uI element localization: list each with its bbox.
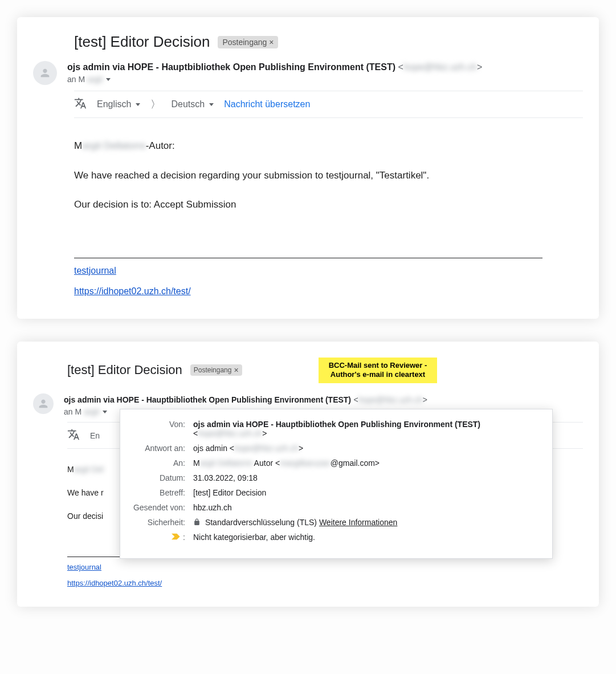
to-prefix: an M [64,407,81,416]
details-label: Von: [133,420,185,429]
person-icon [39,67,51,79]
details-label: Gesendet von: [133,503,185,512]
details-value: [test] Editor Decision [193,488,540,497]
details-value: hbz.uzh.ch [193,503,540,512]
avatar[interactable] [33,61,57,85]
translate-from[interactable]: Englisch [97,99,140,109]
details-label: : [133,533,185,543]
security-more-link[interactable]: Weitere Informationen [319,518,397,527]
chevron-down-icon[interactable] [106,78,111,81]
details-label: Datum: [133,473,185,482]
sender-text-block: ojs admin via HOPE - Hauptbibliothek Ope… [67,61,583,84]
inbox-chip[interactable]: Posteingang × [218,36,278,48]
details-row-from: Von: ojs admin via HOPE - Hauptbibliothe… [133,420,540,438]
lock-icon [193,518,203,527]
inbox-chip[interactable]: Posteingang × [190,364,242,376]
details-value: 31.03.2022, 09:18 [193,473,540,482]
divider [74,258,542,258]
to-line[interactable]: an Margit [67,75,583,84]
translate-from[interactable]: En [90,431,100,440]
chip-close-icon[interactable]: × [269,38,274,47]
details-row-subject: Betreff: [test] Editor Decision [133,488,540,497]
chip-label: Posteingang [222,38,267,47]
details-value: ojs admin <hope@hbz.uzh.ch> [193,444,540,453]
chevron-down-icon[interactable] [103,411,107,413]
annotation-highlight: BCC-Mail sent to Reviewer - Author's e-m… [319,358,438,384]
details-label: An: [133,458,185,468]
translate-icon [74,97,87,112]
footer-link-journal[interactable]: testjournal [74,264,583,278]
details-value: ojs admin via HOPE - Hauptbibliothek Ope… [193,420,540,438]
sender-row: ojs admin via HOPE - Hauptbibliothek Ope… [33,61,583,85]
sender-name: ojs admin via HOPE - Hauptbibliothek Ope… [64,395,351,404]
chevron-down-icon [209,103,214,106]
arrow-right-icon: 〉 [150,98,161,111]
email-card-1: [test] Editor Decision Posteingang × ojs… [17,17,599,319]
chevron-down-icon [136,103,140,106]
details-row-sentby: Gesendet von: hbz.uzh.ch [133,503,540,512]
sender-email: <hope@hbz.uzh.ch> [398,62,483,72]
details-label: Antwort an: [133,444,185,453]
message-details-popover: Von: ojs admin via HOPE - Hauptbibliothe… [120,409,553,559]
email-card-2: [test] Editor Decision Posteingang × BCC… [17,342,599,607]
details-row-replyto: Antwort an: ojs admin <hope@hbz.uzh.ch> [133,444,540,453]
translate-bar: Englisch 〉 Deutsch Nachricht übersetzen [74,91,583,118]
details-label: Sicherheit: [133,518,185,527]
details-row-to: An: Margit Dellatorre Autor <margitkaruz… [133,458,540,468]
body-paragraph: We have reached a decision regarding you… [74,168,583,183]
chip-close-icon[interactable]: × [234,366,238,375]
chip-label: Posteingang [194,366,232,374]
translate-icon [67,428,80,442]
to-prefix: an M [67,75,85,84]
details-value: Standardverschlüsselung (TLS) Weitere In… [193,518,540,527]
translate-to[interactable]: Deutsch [171,99,214,109]
body-paragraph: Our decision is to: Accept Submission [74,197,583,212]
subject-row: [test] Editor Decision Posteingang × [33,31,583,61]
person-icon [37,397,50,410]
important-marker-icon [172,533,181,542]
details-value: Nicht kategorisierbar, aber wichtig. [193,533,540,542]
body-salutation: Margit Dellatorre-Autor: [74,139,583,153]
sender-email: <hope@hbz.uzh.ch> [354,395,427,404]
footer-link-journal[interactable]: testjournal [67,562,583,573]
subject-row: [test] Editor Decision Posteingang × BCC… [33,355,583,394]
email-body: Margit Dellatorre-Autor: We have reached… [74,118,583,298]
footer-link-url[interactable]: https://idhopet02.uzh.ch/test/ [67,578,583,589]
sender-name: ojs admin via HOPE - Hauptbibliothek Ope… [67,62,395,72]
details-row-date: Datum: 31.03.2022, 09:18 [133,473,540,482]
subject-text: [test] Editor Decision [74,33,210,51]
details-value: Margit Dellatorre Autor <margitkaruzan@g… [193,458,540,468]
details-row-security: Sicherheit: Standardverschlüsselung (TLS… [133,518,540,527]
translate-message-link[interactable]: Nachricht übersetzen [224,99,310,109]
subject-text: [test] Editor Decision [67,363,182,377]
avatar[interactable] [33,393,54,414]
footer-link-url[interactable]: https://idhopet02.uzh.ch/test/ [74,285,583,298]
details-label: Betreff: [133,488,185,497]
details-row-importance: : Nicht kategorisierbar, aber wichtig. [133,533,540,543]
